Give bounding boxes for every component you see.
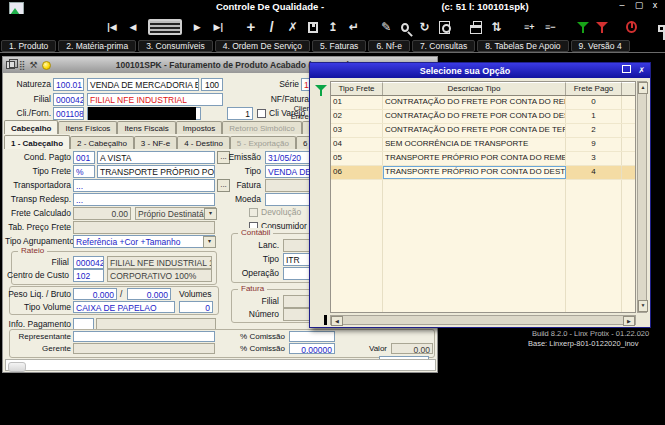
menu-consumiveis[interactable]: 3. Consumíveis <box>138 40 213 52</box>
cliente-code-field[interactable]: 001108 <box>53 107 84 120</box>
freight-row-03[interactable]: 03 CONTRATAÇÃO DO FRETE POR CONTA DE TER… <box>331 124 635 138</box>
wrench-icon[interactable]: ⚒ <box>30 59 38 71</box>
frete-modalidade-dropdown-icon: ▾ <box>204 208 217 220</box>
peso-bruto-field[interactable]: 0.000 <box>127 288 171 300</box>
nav-prev-icon[interactable]: ◀ <box>127 19 139 35</box>
cond-pagto-code-field[interactable]: 001 <box>73 151 95 164</box>
cli-varejo-checkbox[interactable] <box>257 109 266 118</box>
peso-separator: / <box>120 288 126 301</box>
sort-icon[interactable]: ⇅ <box>491 19 503 35</box>
tab-itens-fiscais[interactable]: Itens Fiscais <box>117 121 175 134</box>
transp-redesp-field[interactable]: ... <box>73 193 215 206</box>
vertical-scrollbar[interactable]: ▲ ▼ <box>637 81 647 313</box>
delete-icon[interactable]: ✗ <box>287 19 299 35</box>
tipo-frete-label: Tipo Frete <box>5 165 71 178</box>
cond-pagto-desc-field[interactable]: A VISTA <box>97 151 215 164</box>
stop-icon[interactable] <box>626 21 637 33</box>
search-icon[interactable] <box>401 23 409 32</box>
filial-code-field[interactable]: 000042 <box>53 93 84 106</box>
maximize-button[interactable]: ▢ <box>632 0 646 11</box>
clean-brush-icon[interactable]: ✎ <box>380 19 392 35</box>
preview-icon[interactable] <box>439 21 449 34</box>
dialog-titlebar[interactable]: Selecione sua Opção ✗ <box>310 63 650 78</box>
col-frete-pago[interactable]: Frete Pago <box>566 82 622 95</box>
records-list-icon[interactable] <box>148 19 182 35</box>
scroll-down-icon[interactable]: ▼ <box>638 300 648 312</box>
edit-icon[interactable]: / <box>266 19 278 35</box>
menu-nfe[interactable]: 6. Nf-e <box>368 40 410 52</box>
peso-liq-field[interactable]: 0.000 <box>73 288 117 300</box>
freight-row-04[interactable]: 04 SEM OCORRÊNCIA DE TRANSPORTE 9 <box>331 138 635 152</box>
tab-impostos[interactable]: Impostos <box>176 121 222 134</box>
rateio-filial-code-field[interactable]: 000042 <box>73 256 104 269</box>
confirm-icon[interactable]: ↵ <box>348 19 360 35</box>
subtab-3-nfe[interactable]: 3 - NF-e <box>134 136 177 149</box>
volumes-label: Volumes <box>179 288 213 301</box>
filter-funnel-icon[interactable] <box>577 21 587 34</box>
append-icon[interactable]: ↥ <box>327 19 339 35</box>
nav-last-icon[interactable]: ▶| <box>212 19 224 35</box>
col-descricao-tipo[interactable]: Descricao Tipo <box>383 82 566 95</box>
close-button[interactable]: x <box>648 0 662 11</box>
centro-custo-label: Centro de Custo <box>5 269 69 282</box>
centro-custo-code-field[interactable]: 102 <box>73 269 104 282</box>
app-titlebar: Controle De Qualidade - (c: 51 l: 100101… <box>0 0 665 13</box>
switch-window-icon[interactable] <box>658 25 665 32</box>
save-icon[interactable] <box>308 22 318 33</box>
tab-itens-fisicos[interactable]: Itens Físicos <box>58 121 117 134</box>
comissao2-field[interactable]: 0.00000 <box>289 343 335 354</box>
tipo-frete-desc-field[interactable]: TRANSPORTE PRÓPRIO POR CONTA D <box>97 165 215 178</box>
representante-field[interactable] <box>73 331 215 342</box>
menu-consultas[interactable]: 7. Consultas <box>412 40 475 52</box>
freight-row-01[interactable]: 01 CONTRATAÇÃO DO FRETE POR CONTA DO REM… <box>331 96 635 110</box>
natureza-num-field[interactable]: 100 <box>201 78 223 91</box>
refresh-icon[interactable]: ↻ <box>418 19 430 35</box>
grid-dots-icon[interactable]: ⣿ <box>19 59 26 71</box>
freight-row-02[interactable]: 02 CONTRATAÇÃO DO FRETE POR CONTA DO DES… <box>331 110 635 124</box>
gerente-label: Gerente <box>5 343 71 354</box>
subtab-4-destino[interactable]: 4 - Destino <box>177 136 230 149</box>
subtab-1-cabecalho[interactable]: 1 - Cabeçalho <box>4 135 70 149</box>
transportadora-field[interactable]: ... <box>73 179 215 192</box>
remove-list-icon[interactable]: ≡− <box>544 19 556 35</box>
col-tipo-frete[interactable]: Tipo Frete <box>331 82 383 95</box>
tipo-frete-code-field[interactable]: % <box>73 165 95 178</box>
natureza-code-field[interactable]: 100.01 <box>53 78 84 91</box>
natureza-desc-field[interactable]: VENDA DE MERCADORIA E/OU SERVI <box>87 78 199 91</box>
cliente-num-field[interactable]: 1 <box>227 107 253 120</box>
menu-tabelas-apoio[interactable]: 8. Tabelas De Apoio <box>477 40 568 52</box>
clear-filter-funnel-icon[interactable] <box>596 21 606 34</box>
scroll-right-icon[interactable]: ▶ <box>623 316 635 326</box>
comissao1-field[interactable] <box>289 331 335 342</box>
nav-first-icon[interactable]: |◀ <box>106 19 118 35</box>
tab-cabecalho[interactable]: Cabeçalho <box>4 120 58 134</box>
dialog-close-button[interactable]: ✗ <box>635 65 648 76</box>
scroll-left-icon[interactable]: ◀ <box>331 316 343 326</box>
menu-faturas[interactable]: 5. Faturas <box>312 40 366 52</box>
freight-row-06-selected[interactable]: 06 TRANSPORTE PRÓPRIO POR CONTA DO DESTI… <box>331 166 635 180</box>
restore-icon[interactable] <box>6 61 15 69</box>
freight-row-05[interactable]: 05 TRANSPORTE PRÓPRIO POR CONTA DO REMET… <box>331 152 635 166</box>
tipo-agrupamento-select[interactable]: Referência +Cor +Tamanho <box>73 235 215 248</box>
filial-desc-field[interactable]: FILIAL NFE INDUSTRIAL <box>87 93 223 106</box>
add-icon[interactable]: + <box>245 19 257 35</box>
lightbulb-icon[interactable] <box>42 61 51 70</box>
horizontal-scrollbar[interactable]: ◀ ▶ <box>330 315 636 325</box>
tipo-volume-field[interactable]: CAIXA DE PAPELAO <box>73 301 175 313</box>
representante-label: Representante <box>5 331 71 342</box>
tipo-agrupamento-dropdown-icon[interactable]: ▾ <box>203 236 216 248</box>
minimize-button[interactable]: – <box>615 0 629 11</box>
print-icon[interactable] <box>470 25 481 34</box>
cliente-fornecedor-label: Cli./Forn. <box>5 107 51 120</box>
add-list-icon[interactable]: ≡+ <box>523 19 535 35</box>
volumes-field[interactable]: 0 <box>179 301 213 313</box>
menu-materia-prima[interactable]: 2. Matéria-prima <box>58 40 136 52</box>
scroll-up-icon[interactable]: ▲ <box>638 82 648 94</box>
menu-produto[interactable]: 1. Produto <box>1 40 56 52</box>
menu-ordem-servico[interactable]: 4. Ordem De Serviço <box>215 40 310 52</box>
menu-versao[interactable]: 9. Versão 4 <box>571 40 630 52</box>
subtab-2-cabecalho[interactable]: 2 - Cabeçalho <box>70 136 134 149</box>
dialog-maximize-button[interactable] <box>620 65 633 76</box>
nav-next-icon[interactable]: ▶ <box>191 19 203 35</box>
grid-empty-area <box>331 180 635 312</box>
